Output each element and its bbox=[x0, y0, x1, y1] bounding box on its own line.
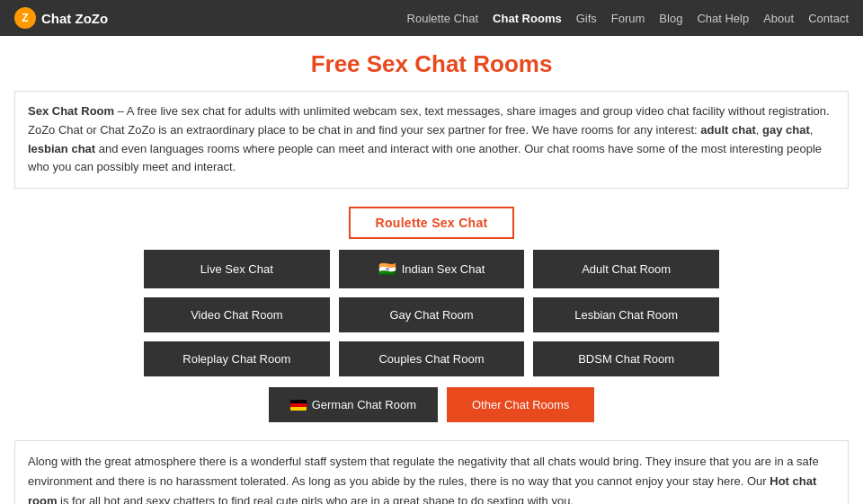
desc-bold-lesbian: lesbian chat bbox=[28, 142, 95, 155]
nav-item-forum[interactable]: Forum bbox=[611, 12, 645, 25]
german-chat-room-btn[interactable]: German Chat Room bbox=[269, 387, 438, 422]
video-chat-room-btn[interactable]: Video Chat Room bbox=[144, 297, 330, 332]
desc-bold-start: Sex Chat Room bbox=[28, 104, 114, 118]
adult-chat-room-btn[interactable]: Adult Chat Room bbox=[533, 250, 719, 288]
hot-chat-desc: Along with the great atmosphere there is… bbox=[14, 440, 849, 504]
description-box: Sex Chat Room – A free live sex chat for… bbox=[14, 91, 849, 189]
bottom-row: German Chat Room Other Chat Rooms bbox=[144, 387, 719, 422]
gay-chat-room-btn[interactable]: Gay Chat Room bbox=[339, 297, 525, 332]
other-chat-rooms-btn[interactable]: Other Chat Rooms bbox=[447, 387, 594, 422]
chat-grid: Live Sex Chat 🇮🇳 Indian Sex Chat Adult C… bbox=[144, 250, 719, 376]
nav-item-about[interactable]: About bbox=[763, 12, 794, 25]
couples-chat-room-btn[interactable]: Couples Chat Room bbox=[339, 341, 525, 376]
hot-chat-bold: Hot chat room bbox=[28, 474, 816, 504]
nav-item-blog[interactable]: Blog bbox=[659, 12, 682, 25]
bdsm-chat-room-btn[interactable]: BDSM Chat Room bbox=[533, 341, 719, 376]
germany-flag-icon bbox=[290, 400, 307, 411]
chat-buttons-section: Roulette Sex Chat Live Sex Chat 🇮🇳 India… bbox=[14, 207, 849, 422]
nav-item-contact[interactable]: Contact bbox=[808, 12, 849, 25]
lesbian-chat-room-btn[interactable]: Lesbian Chat Room bbox=[533, 297, 719, 332]
nav-item-gifs[interactable]: Gifs bbox=[576, 12, 597, 25]
desc-text-end: and even languages rooms where people ca… bbox=[28, 142, 822, 174]
desc-bold-gay: gay chat bbox=[762, 123, 810, 137]
roulette-btn[interactable]: Roulette Sex Chat bbox=[349, 207, 515, 239]
nav-item-roulette-chat[interactable]: Roulette Chat bbox=[407, 12, 479, 25]
roleplay-chat-room-btn[interactable]: Roleplay Chat Room bbox=[144, 341, 330, 376]
nav-item-chat-rooms[interactable]: Chat Rooms bbox=[493, 12, 562, 25]
desc-bold-adult: adult chat bbox=[700, 123, 755, 137]
india-flag-icon: 🇮🇳 bbox=[378, 261, 396, 278]
logo-text: Chat ZoZo bbox=[41, 11, 108, 26]
indian-sex-chat-btn[interactable]: 🇮🇳 Indian Sex Chat bbox=[339, 250, 525, 288]
logo[interactable]: Z Chat ZoZo bbox=[14, 7, 108, 29]
page-title: Free Sex Chat Rooms bbox=[14, 50, 849, 78]
main-nav: Roulette ChatChat RoomsGifsForumBlogChat… bbox=[407, 12, 849, 25]
live-sex-chat-btn[interactable]: Live Sex Chat bbox=[144, 250, 330, 288]
logo-icon: Z bbox=[14, 7, 36, 29]
nav-item-chat-help[interactable]: Chat Help bbox=[697, 12, 749, 25]
